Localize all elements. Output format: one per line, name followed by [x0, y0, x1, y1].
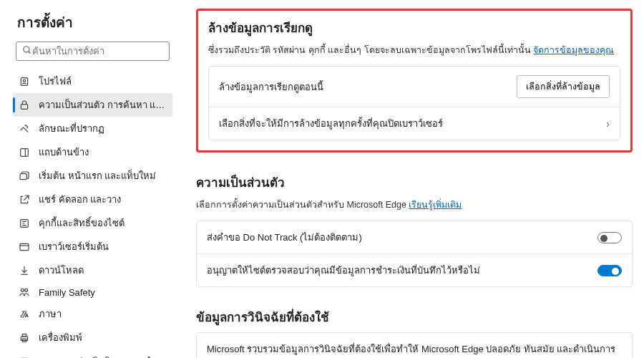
do-not-track-toggle[interactable]: [597, 232, 622, 243]
clear-data-card: ล้างข้อมูลการเรียกดูตอนนี้ เลือกสิ่งที่ล…: [208, 66, 620, 140]
nav-item-system[interactable]: ระบบและประสิทธิภาพการทำงาน: [13, 349, 172, 358]
nav-label: แถบด้านข้าง: [39, 145, 167, 160]
clear-data-desc: ซึ่งรวมถึงประวัติ รหัสผ่าน คุกกี้ และอื่…: [208, 43, 620, 57]
do-not-track-row: ส่งคำขอ Do Not Track (ไม่ต้องติดตาม): [197, 221, 632, 253]
privacy-section: ความเป็นส่วนตัว เลือกการตั้งค่าความเป็นส…: [196, 173, 633, 287]
svg-point-11: [21, 289, 24, 291]
nav-label: โปรไฟล์: [39, 74, 167, 89]
nav-label: เครื่องพิมพ์: [39, 330, 167, 345]
privacy-desc: เลือกการตั้งค่าความเป็นส่วนตัวสำหรับ Mic…: [196, 198, 633, 212]
svg-line-1: [29, 52, 31, 54]
nav-label: แชร์ คัดลอก และวาง: [39, 192, 167, 207]
nav-item-appearance[interactable]: ลักษณะที่ปรากฏ: [13, 117, 172, 140]
svg-rect-4: [21, 104, 27, 109]
nav-label: เบราว์เซอร์เริ่มต้น: [39, 239, 167, 254]
svg-point-12: [25, 289, 28, 291]
nav-item-lock[interactable]: ความเป็นส่วนตัว การค้นหา และบริการ: [13, 93, 172, 117]
appearance-icon: [19, 123, 30, 135]
search-input[interactable]: [32, 46, 163, 57]
svg-point-3: [23, 79, 25, 82]
svg-rect-14: [22, 334, 26, 336]
nav-item-download[interactable]: ดาวน์โหลด: [13, 258, 172, 282]
nav-item-profile[interactable]: โปรไฟล์: [13, 69, 172, 93]
diagnostics-row: Microsoft รวบรวมข้อมูลการวินิจฉัยที่ต้อง…: [197, 333, 632, 358]
search-icon: [22, 45, 32, 57]
nav-label: เริ่มต้น หน้าแรก และแท็บใหม่: [39, 168, 167, 183]
clear-on-close-row[interactable]: เลือกสิ่งที่จะให้มีการล้างข้อมูลทุกครั้ง…: [209, 107, 620, 140]
nav-item-cookies[interactable]: คุกกี้และสิทธิ์ของไซต์: [13, 211, 172, 235]
default-icon: [19, 241, 30, 253]
manage-your-data-link[interactable]: จัดการข้อมูลของคุณ: [533, 45, 614, 55]
diagnostics-text: Microsoft รวบรวมข้อมูลการวินิจฉัยที่ต้อง…: [207, 342, 622, 358]
payment-check-row: อนุญาตให้ไซต์ตรวจสอบว่าคุณมีข้อมูลการชำร…: [197, 253, 632, 286]
nav-item-family[interactable]: Family Safety: [13, 282, 172, 302]
settings-main: ล้างข้อมูลการเรียกดู ซึ่งรวมถึงประวัติ ร…: [179, 0, 644, 358]
nav-label: ความเป็นส่วนตัว การค้นหา และบริการ: [39, 97, 167, 112]
choose-what-to-clear-button[interactable]: เลือกสิ่งที่ล้างข้อมูล: [517, 75, 610, 98]
clear-browsing-data-section: ล้างข้อมูลการเรียกดู ซึ่งรวมถึงประวัติ ร…: [196, 9, 633, 153]
nav-item-default[interactable]: เบราว์เซอร์เริ่มต้น: [13, 235, 172, 258]
family-icon: [19, 286, 30, 298]
settings-nav: โปรไฟล์ความเป็นส่วนตัว การค้นหา และบริกา…: [13, 69, 172, 358]
download-icon: [19, 265, 30, 276]
privacy-card: ส่งคำขอ Do Not Track (ไม่ต้องติดตาม) อนุ…: [196, 221, 633, 287]
settings-search[interactable]: [16, 42, 170, 61]
settings-title: การตั้งค่า: [17, 11, 172, 33]
payment-check-label: อนุญาตให้ไซต์ตรวจสอบว่าคุณมีข้อมูลการชำร…: [207, 263, 597, 278]
diagnostics-section: ข้อมูลการวินิจฉัยที่ต้องใช้ Microsoft รว…: [196, 307, 633, 358]
clear-on-close-label: เลือกสิ่งที่จะให้มีการล้างข้อมูลทุกครั้ง…: [219, 116, 606, 131]
clear-data-title: ล้างข้อมูลการเรียกดู: [208, 18, 620, 37]
svg-rect-7: [20, 173, 26, 179]
svg-rect-9: [20, 243, 29, 250]
nav-item-language[interactable]: ภาษา: [13, 302, 172, 326]
nav-label: ลักษณะที่ปรากฏ: [39, 121, 167, 136]
profile-icon: [19, 76, 30, 87]
diagnostics-card: Microsoft รวบรวมข้อมูลการวินิจฉัยที่ต้อง…: [196, 332, 633, 358]
svg-rect-5: [21, 148, 29, 156]
language-icon: [19, 309, 30, 320]
lock-icon: [19, 100, 30, 111]
share-icon: [19, 194, 30, 205]
chevron-right-icon: ›: [606, 118, 610, 130]
nav-label: Family Safety: [39, 287, 167, 298]
nav-label: คุกกี้และสิทธิ์ของไซต์: [39, 216, 167, 231]
nav-item-share[interactable]: แชร์ คัดลอก และวาง: [13, 188, 172, 211]
svg-point-0: [24, 47, 29, 52]
clear-now-label: ล้างข้อมูลการเรียกดูตอนนี้: [219, 79, 517, 95]
privacy-learn-more-link[interactable]: เรียนรู้เพิ่มเติม: [409, 200, 462, 210]
tabs-icon: [19, 170, 30, 182]
payment-check-toggle[interactable]: [597, 265, 622, 276]
sidebar-icon: [19, 147, 30, 158]
cookies-icon: [19, 218, 30, 229]
nav-label: ระบบและประสิทธิภาพการทำงาน: [39, 354, 167, 358]
clear-now-row: ล้างข้อมูลการเรียกดูตอนนี้ เลือกสิ่งที่ล…: [209, 67, 620, 107]
nav-label: ดาวน์โหลด: [39, 263, 167, 278]
printer-icon: [19, 332, 30, 344]
system-icon: [19, 356, 30, 359]
diagnostics-title: ข้อมูลการวินิจฉัยที่ต้องใช้: [196, 307, 633, 326]
nav-item-sidebar[interactable]: แถบด้านข้าง: [13, 140, 172, 164]
nav-item-tabs[interactable]: เริ่มต้น หน้าแรก และแท็บใหม่: [13, 164, 172, 188]
do-not-track-label: ส่งคำขอ Do Not Track (ไม่ต้องติดตาม): [207, 230, 597, 245]
nav-item-printer[interactable]: เครื่องพิมพ์: [13, 326, 172, 349]
nav-label: ภาษา: [39, 306, 167, 321]
settings-sidebar: การตั้งค่า โปรไฟล์ความเป็นส่วนตัว การค้น…: [0, 0, 179, 358]
privacy-title: ความเป็นส่วนตัว: [196, 173, 633, 192]
